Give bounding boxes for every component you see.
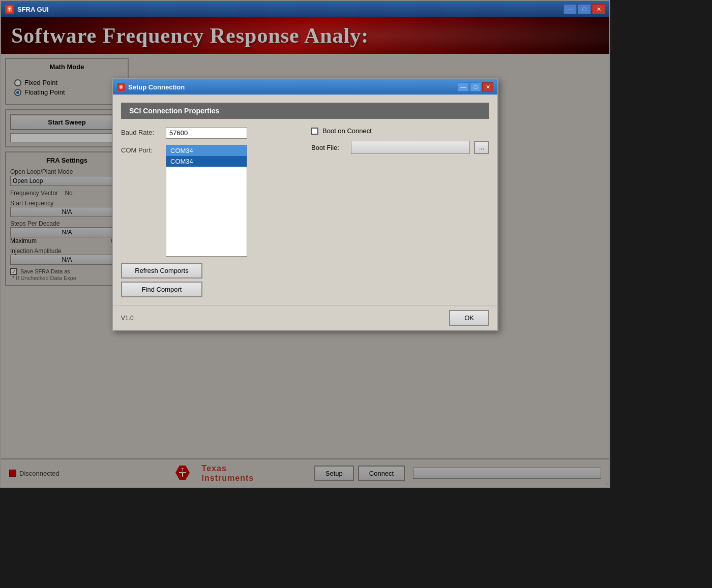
baud-rate-row: Baud Rate:	[121, 127, 299, 139]
title-bar: SFRA GUI — □ ✕	[1, 1, 609, 17]
modal-overlay: Setup Connection — □ ✕ SCI Connection Pr…	[1, 17, 609, 487]
find-comport-button[interactable]: Find Comport	[121, 282, 202, 297]
boot-on-connect-row: Boot on Connect	[311, 127, 489, 135]
left-column: Baud Rate: COM Port: COM34 COM3	[121, 127, 299, 297]
dialog-main-content: Baud Rate: COM Port: COM34 COM3	[121, 127, 489, 297]
action-buttons: Refresh Comports Find Comport	[121, 263, 299, 297]
baud-rate-label: Baud Rate:	[121, 127, 162, 136]
baud-rate-control	[166, 127, 299, 139]
app-title: SFRA GUI	[17, 6, 563, 13]
com-port-row: COM Port: COM34 COM34	[121, 145, 299, 257]
sci-section-header: SCI Connection Properties	[121, 103, 489, 119]
main-window: SFRA GUI — □ ✕ Software Frequency Respon…	[0, 0, 610, 488]
com-port-control: COM34 COM34	[166, 145, 299, 257]
com-port-item-1[interactable]: COM34	[166, 156, 247, 167]
boot-on-connect-label: Boot on Connect	[322, 127, 372, 135]
dialog-titlebar: Setup Connection — □ ✕	[113, 79, 497, 95]
maximize-button[interactable]: □	[578, 4, 591, 14]
app-icon	[5, 5, 14, 14]
browse-button[interactable]: ...	[474, 141, 489, 154]
version-label: V1.0	[121, 315, 134, 322]
sci-section-title: SCI Connection Properties	[129, 107, 219, 115]
boot-file-input[interactable]	[351, 141, 470, 154]
dialog-controls: — □ ✕	[458, 82, 493, 91]
boot-file-label: Boot File:	[311, 144, 347, 151]
dialog-title: Setup Connection	[128, 83, 458, 91]
dialog-maximize-button[interactable]: □	[470, 82, 481, 91]
resize-handle-icon[interactable]: ◢	[604, 480, 608, 486]
minimize-button[interactable]: —	[563, 4, 577, 14]
com-port-label: COM Port:	[121, 145, 162, 154]
com-port-list[interactable]: COM34 COM34	[166, 145, 247, 257]
boot-on-connect-checkbox[interactable]	[311, 128, 318, 135]
dialog-icon	[117, 83, 125, 91]
dialog-footer: V1.0 OK	[113, 305, 497, 330]
dialog-minimize-button[interactable]: —	[458, 82, 469, 91]
right-column: Boot on Connect Boot File: ...	[311, 127, 489, 297]
com-port-item-0[interactable]: COM34	[166, 145, 247, 156]
close-button[interactable]: ✕	[592, 4, 605, 14]
ok-button[interactable]: OK	[449, 310, 489, 326]
title-bar-controls: — □ ✕	[563, 4, 605, 14]
setup-connection-dialog: Setup Connection — □ ✕ SCI Connection Pr…	[112, 78, 498, 331]
dialog-close-button[interactable]: ✕	[482, 82, 493, 91]
baud-rate-input[interactable]	[166, 127, 247, 139]
refresh-comports-button[interactable]: Refresh Comports	[121, 263, 202, 278]
dialog-body: SCI Connection Properties Baud Rate:	[113, 95, 497, 305]
boot-file-row: Boot File: ...	[311, 141, 489, 154]
